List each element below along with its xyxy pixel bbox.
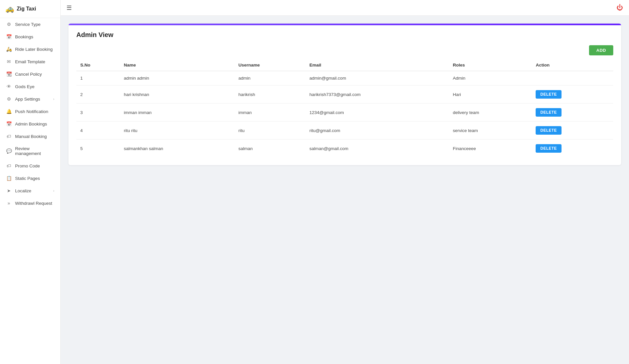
sidebar-label-localize: Localize <box>15 188 50 193</box>
sidebar-label-cancel-policy: Cancel Policy <box>15 72 54 77</box>
cell-action-1 <box>532 71 613 86</box>
sidebar-icon-bookings: 📅 <box>6 34 12 39</box>
sidebar-item-cancel-policy[interactable]: 📆Cancel Policy <box>0 68 60 80</box>
col-header-s.no: S.No <box>76 59 120 71</box>
sidebar-chevron-localize: › <box>53 189 54 193</box>
card-header: Admin View <box>68 25 621 42</box>
content-area: Admin View ADD S.NoNameUsernameEmailRole… <box>61 16 629 364</box>
table-row: 2hari krishnanharikrishharikrish7373@gma… <box>76 86 613 104</box>
cell-name-4: ritu ritu <box>120 122 235 140</box>
cell-action-3: DELETE <box>532 104 613 122</box>
admin-view-card: Admin View ADD S.NoNameUsernameEmailRole… <box>68 24 621 165</box>
sidebar-item-email-template[interactable]: ✉Email Template <box>0 55 60 68</box>
table-row: 4ritu riturituritu@gmail.comservice team… <box>76 122 613 140</box>
sidebar-icon-review-management: 💬 <box>6 148 12 154</box>
cell-username-1: admin <box>235 71 306 86</box>
cell-sno-5: 5 <box>76 140 120 158</box>
col-header-roles: Roles <box>449 59 532 71</box>
sidebar-item-manual-booking[interactable]: 🏷Manual Booking <box>0 130 60 143</box>
col-header-username: Username <box>235 59 306 71</box>
delete-button-4[interactable]: DELETE <box>536 126 561 135</box>
sidebar-item-app-settings[interactable]: ⚙App Settings› <box>0 93 60 105</box>
sidebar-item-review-management[interactable]: 💬Review management <box>0 143 60 160</box>
delete-button-3[interactable]: DELETE <box>536 108 561 117</box>
table-row: 3imman immanimman1234@gmail.comdelivery … <box>76 104 613 122</box>
sidebar-icon-withdrawl-request: » <box>6 201 12 206</box>
cell-roles-2: Hari <box>449 86 532 104</box>
add-btn-row: ADD <box>76 45 613 55</box>
sidebar-icon-cancel-policy: 📆 <box>6 71 12 77</box>
table-body: 1admin adminadminadmin@gmail.comAdmin2ha… <box>76 71 613 158</box>
sidebar-label-push-notification: Push Notification <box>15 109 54 114</box>
sidebar-label-static-pages: Static Pages <box>15 176 54 181</box>
page-title: Admin View <box>76 31 113 39</box>
sidebar-label-withdrawl-request: Withdrawl Request <box>15 201 54 206</box>
delete-button-5[interactable]: DELETE <box>536 144 561 153</box>
card-body: ADD S.NoNameUsernameEmailRolesAction 1ad… <box>68 42 621 165</box>
sidebar-label-review-management: Review management <box>15 146 54 156</box>
main-area: ☰ ⏻ Admin View ADD S.NoNameUsernameEmail… <box>61 0 629 364</box>
sidebar-icon-manual-booking: 🏷 <box>6 134 12 139</box>
sidebar-label-gods-eye: Gods Eye <box>15 84 54 89</box>
cell-roles-4: service team <box>449 122 532 140</box>
sidebar-icon-app-settings: ⚙ <box>6 96 12 102</box>
topbar: ☰ ⏻ <box>61 0 629 16</box>
topbar-right: ⏻ <box>617 4 623 11</box>
cell-action-4: DELETE <box>532 122 613 140</box>
sidebar-item-bookings[interactable]: 📅Bookings <box>0 30 60 43</box>
sidebar-nav: ⚙Service Type📅Bookings🛵Ride Later Bookin… <box>0 18 60 209</box>
cell-username-4: ritu <box>235 122 306 140</box>
sidebar-label-ride-later-booking: Ride Later Booking <box>15 47 54 52</box>
sidebar-chevron-app-settings: › <box>53 97 54 101</box>
sidebar-icon-promo-code: 🏷 <box>6 163 12 168</box>
sidebar-label-manual-booking: Manual Booking <box>15 134 54 139</box>
add-button[interactable]: ADD <box>589 45 613 55</box>
logout-icon[interactable]: ⏻ <box>617 4 623 11</box>
app-logo-icon: 🚕 <box>5 5 14 13</box>
sidebar-item-promo-code[interactable]: 🏷Promo Code <box>0 160 60 172</box>
table-row: 5salmankhan salmansalmansalman@gmail.com… <box>76 140 613 158</box>
sidebar-label-service-type: Service Type <box>15 22 54 27</box>
sidebar-item-localize[interactable]: ➤Localize› <box>0 184 60 197</box>
cell-email-1: admin@gmail.com <box>306 71 449 86</box>
sidebar-item-gods-eye[interactable]: 👁Gods Eye <box>0 80 60 93</box>
cell-email-2: harikrish7373@gmail.com <box>306 86 449 104</box>
hamburger-icon[interactable]: ☰ <box>67 4 72 11</box>
cell-username-5: salman <box>235 140 306 158</box>
table-scroll: S.NoNameUsernameEmailRolesAction 1admin … <box>76 59 613 157</box>
sidebar-icon-localize: ➤ <box>6 188 12 193</box>
col-header-email: Email <box>306 59 449 71</box>
cell-name-3: imman imman <box>120 104 235 122</box>
table-header-row: S.NoNameUsernameEmailRolesAction <box>76 59 613 71</box>
cell-name-1: admin admin <box>120 71 235 86</box>
table-row: 1admin adminadminadmin@gmail.comAdmin <box>76 71 613 86</box>
cell-username-3: imman <box>235 104 306 122</box>
sidebar-item-service-type[interactable]: ⚙Service Type <box>0 18 60 30</box>
sidebar-item-static-pages[interactable]: 📋Static Pages <box>0 172 60 184</box>
cell-action-2: DELETE <box>532 86 613 104</box>
sidebar-icon-ride-later-booking: 🛵 <box>6 47 12 52</box>
table-head: S.NoNameUsernameEmailRolesAction <box>76 59 613 71</box>
col-header-name: Name <box>120 59 235 71</box>
sidebar-item-ride-later-booking[interactable]: 🛵Ride Later Booking <box>0 43 60 55</box>
sidebar-item-admin-bookings[interactable]: 📅Admin Bookings <box>0 118 60 130</box>
cell-roles-3: delivery team <box>449 104 532 122</box>
cell-username-2: harikrish <box>235 86 306 104</box>
cell-email-3: 1234@gmail.com <box>306 104 449 122</box>
col-header-action: Action <box>532 59 613 71</box>
sidebar-item-withdrawl-request[interactable]: »Withdrawl Request <box>0 197 60 209</box>
cell-roles-1: Admin <box>449 71 532 86</box>
sidebar-label-email-template: Email Template <box>15 59 54 64</box>
cell-action-5: DELETE <box>532 140 613 158</box>
cell-sno-3: 3 <box>76 104 120 122</box>
delete-button-2[interactable]: DELETE <box>536 90 561 99</box>
sidebar-item-push-notification[interactable]: 🔔Push Notification <box>0 105 60 118</box>
cell-email-4: ritu@gmail.com <box>306 122 449 140</box>
sidebar-header: 🚕 Zig Taxi <box>0 0 60 18</box>
sidebar-icon-gods-eye: 👁 <box>6 84 12 89</box>
admin-table: S.NoNameUsernameEmailRolesAction 1admin … <box>76 59 613 157</box>
cell-name-2: hari krishnan <box>120 86 235 104</box>
sidebar-icon-service-type: ⚙ <box>6 22 12 27</box>
cell-sno-1: 1 <box>76 71 120 86</box>
cell-email-5: salman@gmail.com <box>306 140 449 158</box>
